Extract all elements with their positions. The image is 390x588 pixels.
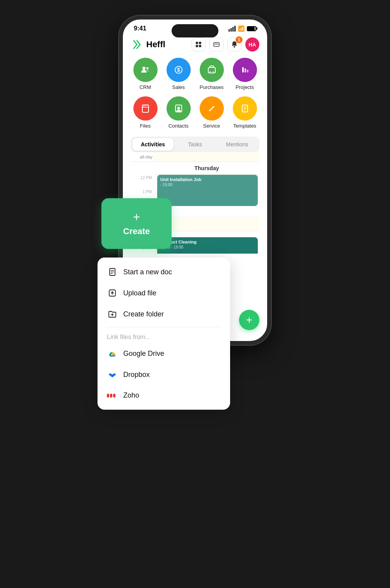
dynamic-island (172, 24, 218, 37)
menu-item-google-drive[interactable]: Google Drive (98, 343, 230, 364)
app-logo: Heffl (131, 38, 165, 51)
svg-rect-24 (107, 394, 109, 398)
all-day-row: all-day (131, 152, 259, 162)
link-files-label: Link files from... (98, 330, 230, 343)
svg-rect-2 (196, 45, 198, 47)
app-item-contacts[interactable]: Contacts (164, 96, 193, 129)
contacts-label: Contacts (168, 123, 188, 129)
new-doc-label: Start a new doc (123, 268, 172, 276)
menu-item-zoho[interactable]: Zoho (98, 385, 230, 406)
create-folder-label: Create folder (123, 310, 164, 318)
svg-rect-16 (247, 69, 248, 73)
dropbox-label: Dropbox (123, 371, 150, 379)
crm-icon (133, 58, 158, 82)
svg-point-8 (146, 67, 149, 69)
svg-point-20 (209, 110, 211, 111)
tab-activities[interactable]: Activities (132, 138, 174, 151)
event-time-2: 17:00 - 19:00 (160, 245, 255, 249)
purchases-icon (200, 58, 224, 82)
svg-text:$: $ (177, 67, 180, 73)
all-day-label: all-day (131, 152, 154, 162)
app-item-crm[interactable]: CRM (131, 58, 160, 90)
new-doc-icon (107, 268, 118, 276)
notification-button[interactable]: 1 (227, 37, 241, 52)
upload-icon (107, 289, 118, 297)
files-icon (133, 96, 158, 121)
google-drive-icon (107, 349, 118, 358)
create-label: Create (123, 226, 150, 236)
event-time-1: - 15:00 (160, 183, 255, 187)
tab-mentions[interactable]: Mentions (216, 138, 258, 151)
day-header-row: Thursday (131, 162, 259, 175)
menu-item-upload[interactable]: Upload file (98, 282, 230, 304)
header-actions: 1 HA (191, 37, 259, 52)
crm-label: CRM (140, 84, 151, 90)
zoho-icon (107, 393, 118, 399)
all-day-cell (154, 152, 259, 162)
google-drive-label: Google Drive (123, 350, 164, 358)
wifi-icon: 📶 (238, 25, 245, 32)
menu-divider (107, 327, 221, 327)
sales-label: Sales (172, 84, 185, 90)
menu-item-new-doc[interactable]: Start a new doc (98, 261, 230, 282)
svg-point-19 (177, 107, 180, 110)
logo-icon (131, 38, 143, 51)
event-title-1: Unit Installation Job (160, 177, 255, 182)
svg-point-7 (142, 67, 145, 70)
svg-rect-25 (110, 394, 112, 398)
status-time: 9:41 (134, 25, 146, 32)
upload-label: Upload file (123, 289, 156, 297)
projects-label: Projects (236, 84, 254, 90)
app-item-sales[interactable]: $ Sales (164, 58, 193, 90)
templates-label: Templates (233, 123, 256, 129)
app-item-projects[interactable]: Projects (230, 58, 259, 90)
sales-icon: $ (167, 58, 191, 82)
signal-icon (229, 26, 236, 32)
svg-point-6 (234, 46, 235, 48)
event-title-2: AC Duct Cleaning (160, 240, 255, 244)
svg-point-13 (213, 71, 214, 73)
grid-view-button[interactable] (191, 37, 206, 52)
svg-rect-3 (199, 45, 201, 47)
battery-icon (247, 26, 256, 31)
card-view-button[interactable] (209, 37, 223, 52)
projects-icon (233, 58, 257, 82)
event-unit-installation[interactable]: Unit Installation Job - 15:00 (157, 175, 258, 206)
user-avatar[interactable]: HA (245, 37, 259, 52)
day-header: Thursday (154, 162, 259, 175)
files-label: Files (140, 123, 151, 129)
app-header: Heffl (131, 34, 259, 58)
svg-rect-26 (113, 394, 115, 398)
dropdown-menu: Start a new doc Upload file Create f (98, 258, 230, 410)
create-folder-icon (107, 310, 118, 318)
svg-point-12 (209, 71, 211, 73)
service-icon (200, 96, 224, 121)
fab-button[interactable]: + (239, 310, 259, 330)
notification-badge: 1 (236, 36, 243, 43)
menu-item-create-folder[interactable]: Create folder (98, 304, 230, 325)
svg-rect-1 (199, 42, 201, 44)
templates-icon (233, 96, 257, 121)
time-label-12: 12 PM (131, 175, 154, 189)
service-label: Service (203, 123, 220, 129)
contacts-icon (167, 96, 191, 121)
app-item-service[interactable]: Service (197, 96, 226, 129)
scene: 9:41 📶 (90, 0, 300, 588)
tab-tasks[interactable]: Tasks (174, 138, 216, 151)
purchases-label: Purchases (200, 84, 223, 90)
svg-rect-11 (208, 68, 215, 73)
app-item-templates[interactable]: Templates (230, 96, 259, 129)
svg-rect-0 (196, 42, 198, 44)
app-name: Heffl (146, 39, 165, 50)
create-plus-icon: + (133, 211, 140, 223)
create-button[interactable]: + Create (101, 198, 172, 249)
tabs-container: Activities Tasks Mentions (131, 137, 259, 152)
app-item-files[interactable]: Files (131, 96, 160, 129)
svg-rect-4 (214, 43, 219, 46)
menu-item-dropbox[interactable]: Dropbox (98, 364, 230, 385)
svg-rect-14 (242, 67, 244, 73)
app-item-purchases[interactable]: Purchases (197, 58, 226, 90)
status-icons: 📶 (229, 25, 256, 32)
dropbox-icon (107, 370, 118, 379)
event-ac-duct-cleaning[interactable]: AC Duct Cleaning 17:00 - 19:00 (157, 237, 258, 254)
